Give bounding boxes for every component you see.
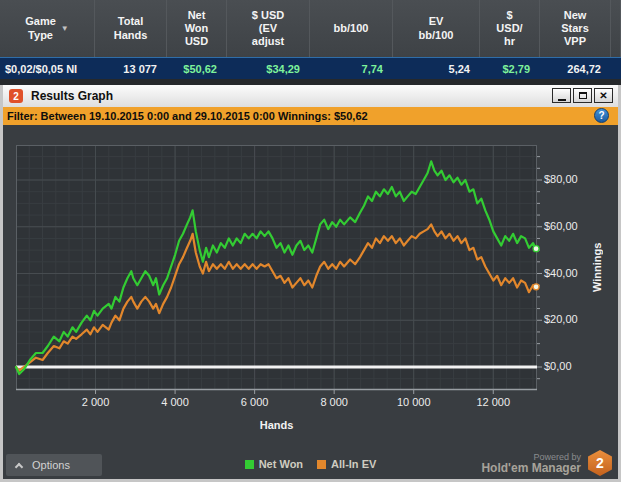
x-tick-label: 8 000 (304, 396, 364, 408)
powered-by-line1: Powered by (481, 452, 581, 462)
legend-item: All-In EV (317, 458, 376, 470)
column-header[interactable]: bb/100 (310, 0, 393, 57)
filter-text: Filter: Between 19.10.2015 0:00 and 29.1… (7, 110, 368, 122)
hm2-logo-icon: 2 (9, 89, 23, 103)
minimize-icon (558, 99, 566, 101)
close-button[interactable]: ✕ (594, 88, 613, 103)
filter-bar: Filter: Between 19.10.2015 0:00 and 29.1… (3, 107, 618, 125)
column-header-filler (611, 0, 621, 57)
legend-item: Net Won (245, 458, 303, 470)
window-titlebar[interactable]: 2 Results Graph ✕ (3, 85, 618, 107)
x-tick-label: 2 000 (66, 396, 126, 408)
y-tick-label: $20,00 (544, 313, 578, 325)
x-axis-title: Hands (16, 419, 537, 431)
y-tick-label: $60,00 (544, 220, 578, 232)
results-plot (16, 145, 537, 390)
legend-swatch-icon (245, 460, 254, 469)
hm2-badge-icon: 2 (587, 450, 613, 476)
stat-cell: 13 077 (95, 58, 167, 79)
x-tick-label: 12 000 (463, 396, 523, 408)
stat-cell: $2,79 (480, 58, 540, 79)
column-header[interactable]: Total Hands (95, 0, 167, 57)
powered-by-text: Powered by Hold'em Manager (481, 452, 581, 475)
column-header[interactable]: Game Type▼ (0, 0, 95, 57)
stat-cell: $34,29 (227, 58, 310, 79)
minimize-button[interactable] (552, 88, 571, 103)
stat-cell: $50,62 (167, 58, 227, 79)
legend-label: All-In EV (331, 458, 376, 470)
legend-label: Net Won (259, 458, 303, 470)
column-header[interactable]: EV bb/100 (393, 0, 480, 57)
stats-table-row[interactable]: $0,02/$0,05 NI13 077$50,62$34,297,745,24… (0, 57, 621, 79)
powered-by: Powered by Hold'em Manager 2 (481, 450, 613, 476)
results-graph-window: 2 Results Graph ✕ Filter: Between 19.10.… (0, 85, 621, 482)
y-tick-label: $0,00 (544, 360, 572, 372)
stat-cell: $0,02/$0,05 NI (0, 58, 95, 79)
maximize-icon (579, 92, 587, 99)
column-header[interactable]: $ USD/ hr (480, 0, 540, 57)
y-tick-label: $80,00 (544, 173, 578, 185)
window-controls: ✕ (552, 88, 613, 103)
stat-cell: 5,24 (393, 58, 480, 79)
column-header[interactable]: New Stars VPP (540, 0, 611, 57)
column-header[interactable]: Net Won USD (167, 0, 227, 57)
legend-swatch-icon (317, 460, 326, 469)
maximize-button[interactable] (573, 88, 592, 103)
sort-arrow-icon: ▼ (61, 24, 69, 34)
bottom-bar: Options Net WonAll-In EV Powered by Hold… (3, 445, 618, 479)
y-axis-title: Winnings (589, 185, 605, 350)
x-tick-label: 4 000 (145, 396, 205, 408)
stats-table-header: Game Type▼Total HandsNet Won USD$ USD (E… (0, 0, 621, 57)
x-tick-label: 10 000 (384, 396, 444, 408)
column-header[interactable]: $ USD (EV adjust (227, 0, 310, 57)
chart-area: Hands Winnings 2 0004 0006 0008 00010 00… (3, 125, 618, 445)
window-title: Results Graph (31, 89, 113, 103)
stats-table: Game Type▼Total HandsNet Won USD$ USD (E… (0, 0, 621, 79)
stat-cell: 264,72 (540, 58, 611, 79)
y-tick-label: $40,00 (544, 267, 578, 279)
holdem-manager-text: Hold'em Manager (481, 462, 581, 475)
help-icon[interactable]: ? (594, 108, 609, 123)
stat-cell: 7,74 (310, 58, 393, 79)
x-tick-label: 6 000 (225, 396, 285, 408)
